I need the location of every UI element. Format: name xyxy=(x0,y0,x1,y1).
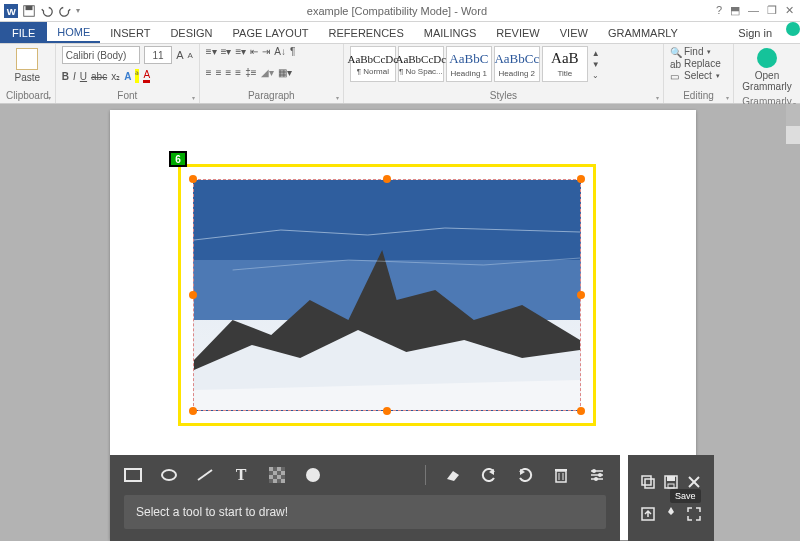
resize-handle-tm[interactable] xyxy=(383,175,391,183)
svg-rect-19 xyxy=(556,471,566,482)
resize-handle-mr[interactable] xyxy=(577,291,585,299)
style-heading2[interactable]: AaBbCcHeading 2 xyxy=(494,46,540,82)
subscript-icon[interactable]: x₂ xyxy=(111,71,120,82)
help-icon[interactable]: ? xyxy=(716,4,722,17)
open-grammarly-button[interactable]: Open Grammarly xyxy=(740,46,794,94)
bold-icon[interactable]: B xyxy=(62,71,69,82)
resize-handle-br[interactable] xyxy=(577,407,585,415)
close-window-icon[interactable]: ✕ xyxy=(785,4,794,17)
multilevel-icon[interactable]: ≡▾ xyxy=(236,46,247,57)
restore-icon[interactable]: ❐ xyxy=(767,4,777,17)
ribbon-body: Paste Clipboard Calibri (Body) 11 A A B … xyxy=(0,44,800,104)
show-marks-icon[interactable]: ¶ xyxy=(290,46,295,57)
tab-home[interactable]: HOME xyxy=(47,22,100,43)
delete-icon[interactable] xyxy=(552,466,570,484)
pixelate-icon[interactable] xyxy=(268,466,286,484)
borders-icon[interactable]: ▦▾ xyxy=(278,67,292,78)
highlight-icon[interactable]: ᵃ xyxy=(135,69,139,83)
paste-button[interactable]: Paste xyxy=(6,46,49,85)
style-no-spacing[interactable]: AaBbCcDc¶ No Spac... xyxy=(398,46,444,82)
select-button[interactable]: ▭Select▾ xyxy=(670,70,727,81)
italic-icon[interactable]: I xyxy=(73,71,76,82)
minimize-icon[interactable]: — xyxy=(748,4,759,17)
tab-file[interactable]: FILE xyxy=(0,22,47,43)
selected-image[interactable] xyxy=(193,179,581,411)
resize-handle-bl[interactable] xyxy=(189,407,197,415)
counter-icon[interactable] xyxy=(304,466,322,484)
style-normal[interactable]: AaBbCcDc¶ Normal xyxy=(350,46,396,82)
settings-icon[interactable] xyxy=(588,466,606,484)
sort-icon[interactable]: A↓ xyxy=(274,46,286,57)
decrease-indent-icon[interactable]: ⇤ xyxy=(250,46,258,57)
ellipse-icon[interactable] xyxy=(160,466,178,484)
screenshot-toolbar: T Select a tool to start to draw! xyxy=(110,455,620,541)
resize-handle-tr[interactable] xyxy=(577,175,585,183)
styles-more-icon[interactable]: ⌄ xyxy=(592,71,600,80)
vertical-scrollbar[interactable] xyxy=(786,104,800,144)
text-icon[interactable]: T xyxy=(232,466,250,484)
font-size-select[interactable]: 11 xyxy=(144,46,172,64)
resize-handle-ml[interactable] xyxy=(189,291,197,299)
scrollbar-thumb[interactable] xyxy=(786,104,800,126)
tab-mailings[interactable]: MAILINGS xyxy=(414,22,487,43)
underline-icon[interactable]: U xyxy=(80,71,87,82)
styles-gallery[interactable]: AaBbCcDc¶ Normal AaBbCcDc¶ No Spac... Aa… xyxy=(350,46,657,82)
replace-button[interactable]: abReplace xyxy=(670,58,727,69)
grow-font-icon[interactable]: A xyxy=(176,49,183,61)
style-heading1[interactable]: AaBbCHeading 1 xyxy=(446,46,492,82)
tab-design[interactable]: DESIGN xyxy=(160,22,222,43)
tab-view[interactable]: VIEW xyxy=(550,22,598,43)
find-button[interactable]: 🔍Find▾ xyxy=(670,46,727,57)
justify-icon[interactable]: ≡ xyxy=(235,67,241,78)
redo-qat-icon[interactable] xyxy=(58,4,72,18)
redo-icon[interactable] xyxy=(516,466,534,484)
copy-icon[interactable] xyxy=(639,473,657,491)
erase-icon[interactable] xyxy=(444,466,462,484)
resize-handle-bm[interactable] xyxy=(383,407,391,415)
undo-qat-icon[interactable] xyxy=(40,4,54,18)
text-effects-icon[interactable]: A xyxy=(124,71,131,82)
svg-rect-17 xyxy=(281,479,285,483)
numbering-icon[interactable]: ≡▾ xyxy=(221,46,232,57)
tab-page-layout[interactable]: PAGE LAYOUT xyxy=(223,22,319,43)
style-title[interactable]: AaBTitle xyxy=(542,46,588,82)
align-left-icon[interactable]: ≡ xyxy=(206,67,212,78)
increase-indent-icon[interactable]: ⇥ xyxy=(262,46,270,57)
shading-icon[interactable]: ◢▾ xyxy=(261,67,274,78)
undo-icon[interactable] xyxy=(480,466,498,484)
selection-counter-badge: 6 xyxy=(169,151,187,167)
group-paragraph: ≡▾ ≡▾ ≡▾ ⇤ ⇥ A↓ ¶ ≡ ≡ ≡ ≡ ‡≡ ◢▾ ▦▾ Parag… xyxy=(200,44,344,103)
strikethrough-icon[interactable]: abc xyxy=(91,71,107,82)
ribbon-display-icon[interactable]: ⬒ xyxy=(730,4,740,17)
pin-icon[interactable] xyxy=(662,505,680,523)
font-color-icon[interactable]: A xyxy=(143,69,150,83)
font-name-select[interactable]: Calibri (Body) xyxy=(62,46,140,64)
shrink-font-icon[interactable]: A xyxy=(187,51,192,60)
line-spacing-icon[interactable]: ‡≡ xyxy=(245,67,256,78)
tab-grammarly[interactable]: GRAMMARLY xyxy=(598,22,688,43)
group-clipboard: Paste Clipboard xyxy=(0,44,56,103)
qat-dropdown-icon[interactable]: ▾ xyxy=(76,6,80,15)
upload-icon[interactable] xyxy=(639,505,657,523)
tab-insert[interactable]: INSERT xyxy=(100,22,160,43)
screenshot-selection-frame[interactable]: 6 xyxy=(178,164,596,426)
tab-review[interactable]: REVIEW xyxy=(486,22,549,43)
bullets-icon[interactable]: ≡▾ xyxy=(206,46,217,57)
align-right-icon[interactable]: ≡ xyxy=(226,67,232,78)
sign-in-link[interactable]: Sign in xyxy=(730,22,780,43)
align-center-icon[interactable]: ≡ xyxy=(216,67,222,78)
svg-point-28 xyxy=(594,477,598,481)
line-icon[interactable] xyxy=(196,466,214,484)
svg-rect-14 xyxy=(269,475,273,479)
title-bar: W ▾ example [Compatibility Mode] - Word … xyxy=(0,0,800,22)
svg-rect-22 xyxy=(555,469,567,471)
resize-handle-tl[interactable] xyxy=(189,175,197,183)
ribbon-tabs: FILE HOME INSERT DESIGN PAGE LAYOUT REFE… xyxy=(0,22,800,44)
save-qat-icon[interactable] xyxy=(22,4,36,18)
fullscreen-icon[interactable] xyxy=(685,505,703,523)
svg-rect-12 xyxy=(273,471,277,475)
styles-scroll-down-icon[interactable]: ▼ xyxy=(592,60,600,69)
tab-references[interactable]: REFERENCES xyxy=(319,22,414,43)
rectangle-icon[interactable] xyxy=(124,466,142,484)
styles-scroll-up-icon[interactable]: ▲ xyxy=(592,49,600,58)
